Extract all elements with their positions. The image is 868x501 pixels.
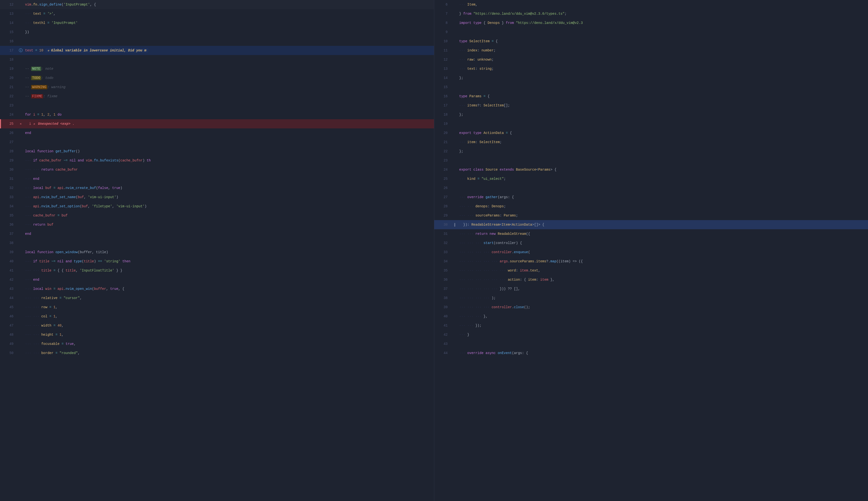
- table-row: 31 ··· end: [0, 174, 434, 183]
- table-row: 12 ··· raw: unknown;: [434, 55, 868, 64]
- table-row: 37 end: [0, 229, 434, 238]
- table-row: 42 ··· }: [434, 330, 868, 339]
- right-code-area[interactable]: 6 ··· Item, 7 } from "https://deno.land/…: [434, 0, 868, 501]
- table-row: 10 type SelectItem = {: [434, 37, 868, 46]
- table-row: 23: [0, 101, 434, 110]
- table-row: 48 ··· ··· height = 1,: [0, 330, 434, 339]
- table-row: 32 ··· ··· ··· start(controller) {: [434, 238, 868, 248]
- table-row: 36 ··· ··· ··· ··· ··· ··· action: { ite…: [434, 275, 868, 284]
- table-row: 20 export type ActionData = {: [434, 128, 868, 138]
- table-row: 29 ··· if cache_bufnr ~= nil and vim.fn.…: [0, 156, 434, 165]
- table-row: 24 export class Source extends BaseSourc…: [434, 165, 868, 174]
- table-row: 6 ··· Item,: [434, 0, 868, 9]
- table-row: 14 ··· texthl = 'InputPrompt': [0, 18, 434, 28]
- table-row: 25 ··· kind = "ui_select";: [434, 174, 868, 183]
- table-row: 28 local function get_buffer(): [0, 147, 434, 156]
- table-row: 19 -- NOTE: note: [0, 64, 434, 73]
- table-row: 49 ··· ··· focusable = true,: [0, 339, 434, 349]
- table-row: 21 ··· item: SelectItem;: [434, 138, 868, 147]
- table-row: 27: [0, 138, 434, 147]
- table-row: 26 end: [0, 128, 434, 138]
- table-row: 38: [0, 238, 434, 248]
- table-row: 13 ··· text: string;: [434, 64, 868, 73]
- left-pane: 12 vim.fn.sign_define('InputPrompt', { 1…: [0, 0, 434, 501]
- table-row: 41 ··· ··· title = { { title, 'InputFloa…: [0, 266, 434, 275]
- table-row: 33 ··· api.nvim_buf_set_name(buf, 'vim-u…: [0, 193, 434, 202]
- table-row: 14 };: [434, 73, 868, 83]
- table-row: 26: [434, 183, 868, 193]
- table-row: 22 };: [434, 147, 868, 156]
- table-row: 35 ··· cache_bufnr = buf: [0, 211, 434, 220]
- table-row: 43 ··· local win = api.nvim_open_win(buf…: [0, 284, 434, 294]
- table-row: 23: [434, 156, 868, 165]
- table-row: 7 } from "https://deno.land/x/ddu_vim@v2…: [434, 9, 868, 18]
- table-row: 15: [434, 83, 868, 92]
- table-row: 36 ··· return buf: [0, 220, 434, 229]
- table-row: 34 ··· api.nvim_buf_set_option(buf, 'fil…: [0, 202, 434, 211]
- table-row: 42 ··· end: [0, 275, 434, 284]
- table-row: 37 ··· ··· ··· ··· ··· })) ?? [],: [434, 284, 868, 294]
- table-row: 13 ··· text = '>',: [0, 9, 434, 18]
- table-row: 38 ··· ··· ··· ··· );: [434, 294, 868, 302]
- table-row: 30 ║ }): ReadableStream<Item<ActionData>…: [434, 220, 868, 229]
- table-row: 16 type Params = {: [434, 92, 868, 101]
- table-row: 25 ✕ · i⬦ Unexpected <exp> .: [0, 119, 434, 128]
- table-row: 47 ··· ··· width = 40,: [0, 321, 434, 330]
- table-row: 27 ··· override gather(args: {: [434, 193, 868, 202]
- table-row: 12 vim.fn.sign_define('InputPrompt', {: [0, 0, 434, 9]
- table-row: 11 ··· index: number;: [434, 46, 868, 55]
- left-code-area[interactable]: 12 vim.fn.sign_define('InputPrompt', { 1…: [0, 0, 434, 501]
- table-row: 18 };: [434, 110, 868, 119]
- table-row: 18: [0, 55, 434, 64]
- table-row: 41 ··· ··· });: [434, 321, 868, 330]
- table-row: 35 ··· ··· ··· ··· ··· ··· word: item.te…: [434, 266, 868, 275]
- table-row: 28 ··· ··· denops: Denops;: [434, 202, 868, 211]
- table-row: 44 ··· override async onEvent(args: {: [434, 349, 868, 358]
- table-row: 19: [434, 119, 868, 128]
- table-row: 44 ··· ··· relative = "cursor",: [0, 294, 434, 302]
- table-row: 33 ··· ··· ··· ··· controller.enqueue(: [434, 248, 868, 257]
- table-row: 8 import type { Denops } from "https://d…: [434, 18, 868, 28]
- table-row: 31 ··· ··· return new ReadableStream({: [434, 229, 868, 238]
- table-row: 40 ··· if title ~= nil and type(title) =…: [0, 257, 434, 266]
- table-row: 24 for i = 1, 2, 1 do: [0, 110, 434, 119]
- table-row: 20 -- TODO: todo: [0, 73, 434, 83]
- table-row: 50 ··· ··· border = "rounded",: [0, 349, 434, 358]
- table-row: 40 ··· ··· ··· },: [434, 312, 868, 321]
- table-row: 22 -- FIXME: fixme: [0, 92, 434, 101]
- table-row: 32 ··· local buf = api.nvim_create_buf(f…: [0, 183, 434, 193]
- table-row: 16: [0, 37, 434, 46]
- table-row: 45 ··· ··· row = 1,: [0, 302, 434, 312]
- table-row: 43: [434, 339, 868, 349]
- right-pane: 6 ··· Item, 7 } from "https://deno.land/…: [434, 0, 868, 501]
- table-row: 9: [434, 28, 868, 37]
- table-row: 30 ··· ··· return cache_bufnr: [0, 165, 434, 174]
- table-row: 39 ··· ··· ··· ··· controller.close();: [434, 302, 868, 312]
- table-row: 21 -- WARNING: warning: [0, 83, 434, 92]
- editor-container: 12 vim.fn.sign_define('InputPrompt', { 1…: [0, 0, 868, 501]
- table-row: 34 ··· ··· ··· ··· ··· args.sourceParams…: [434, 257, 868, 266]
- table-row: 39 local function open_window(buffer, ti…: [0, 248, 434, 257]
- table-row: 46 ··· ··· col = 1,: [0, 312, 434, 321]
- table-row: 17 ··· items?: SelectItem[];: [434, 101, 868, 110]
- table-row: 29 ··· ··· sourceParams: Params;: [434, 211, 868, 220]
- table-row: 17 ⓘ test = 10⬦ Global variable in lower…: [0, 46, 434, 55]
- table-row: 15 }): [0, 28, 434, 37]
